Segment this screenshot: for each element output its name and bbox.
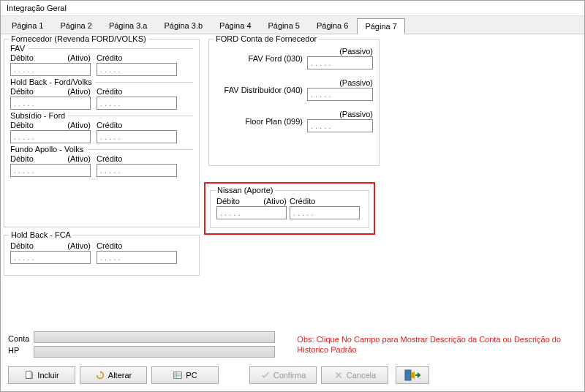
fav-ford-input[interactable] (307, 56, 373, 69)
fav-credito-input[interactable] (97, 63, 177, 76)
window-title: Integração Geral (1, 1, 584, 16)
fav-dist-label: FAV Distribuidor (040) (215, 86, 307, 94)
apollo-ativo-label: (Ativo) (67, 154, 91, 163)
fav-ford-passivo: (Passivo) (307, 47, 373, 56)
floorplan-input[interactable] (307, 119, 373, 132)
section-fav-title: FAV (10, 44, 28, 53)
fav-credito-label: Crédito (97, 53, 122, 62)
exit-button[interactable] (396, 366, 429, 384)
table-icon (173, 370, 183, 380)
group-holdback-fca-title: Hold Back - FCA (9, 230, 73, 239)
tab-bar: Página 1 Página 2 Página 3.a Página 3.b … (1, 16, 584, 34)
conta-display (34, 331, 275, 343)
hp-display (34, 346, 275, 358)
tab-pagina-5[interactable]: Página 5 (260, 18, 308, 34)
conta-label: Conta (8, 334, 29, 343)
highlight-nissan (204, 182, 375, 235)
tab-pagina-3b[interactable]: Página 3.b (156, 18, 211, 34)
subsidio-debito-input[interactable] (10, 130, 91, 143)
fca-credito-label: Crédito (97, 241, 122, 250)
section-subsidio-title: Subsídio - Ford (10, 111, 68, 120)
main-window: Integração Geral Página 1 Página 2 Págin… (0, 0, 585, 392)
tab-pagina-2[interactable]: Página 2 (52, 18, 99, 34)
holdback-credito-input[interactable] (97, 97, 177, 110)
alterar-button[interactable]: Alterar (80, 366, 147, 384)
holdback-credito-label: Crédito (97, 87, 122, 96)
apollo-credito-label: Crédito (97, 154, 122, 163)
group-holdback-fca: Hold Back - FCA Débito (Ativo) Crédito (4, 235, 200, 276)
tab-pagina-4[interactable]: Página 4 (211, 18, 259, 34)
fca-debito-input[interactable] (10, 251, 91, 264)
fav-ford-label: FAV Ford (030) (215, 54, 307, 63)
fca-credito-input[interactable] (97, 251, 177, 264)
paper-icon (24, 370, 34, 380)
button-bar: Incluir Alterar PC Confirma Cancela (1, 362, 584, 391)
subsidio-credito-input[interactable] (97, 130, 177, 143)
apollo-credito-input[interactable] (97, 164, 177, 177)
floorplan-passivo: (Passivo) (307, 110, 373, 118)
check-icon (260, 370, 271, 380)
fav-dist-passivo: (Passivo) (307, 78, 373, 87)
cancela-button[interactable]: Cancela (321, 366, 388, 384)
tab-pagina-7[interactable]: Página 7 (357, 18, 404, 34)
apollo-debito-input[interactable] (10, 164, 91, 177)
confirma-button[interactable]: Confirma (249, 366, 317, 384)
group-ford-conta: FORD Conta de Fornecedor FAV Ford (030) … (208, 39, 380, 166)
apollo-debito-label: Débito (10, 154, 34, 163)
refresh-icon (95, 370, 105, 380)
fca-ativo-label: (Ativo) (67, 241, 91, 250)
footer-note: Obs: Clique No Campo para Mostrar Descri… (297, 334, 577, 355)
content-area: Fornecedor (Revenda FORD/VOLKS) FAV Débi… (1, 34, 584, 327)
holdback-ativo-label: (Ativo) (67, 87, 91, 96)
fav-ativo-label: (Ativo) (67, 53, 91, 62)
floorplan-label: Floor Plan (099) (215, 117, 307, 126)
group-fornecedor: Fornecedor (Revenda FORD/VOLKS) FAV Débi… (4, 39, 200, 227)
incluir-button[interactable]: Incluir (8, 366, 75, 384)
pc-button[interactable]: PC (151, 366, 219, 384)
svg-rect-0 (26, 372, 31, 379)
fav-dist-input[interactable] (307, 88, 373, 101)
fav-debito-label: Débito (10, 53, 34, 62)
svg-rect-1 (174, 372, 182, 379)
holdback-debito-label: Débito (10, 87, 34, 96)
group-ford-conta-title: FORD Conta de Fornecedor (214, 34, 319, 43)
tab-pagina-6[interactable]: Página 6 (309, 18, 356, 34)
tab-pagina-1[interactable]: Página 1 (4, 18, 51, 34)
section-apollo-title: Fundo Apollo - Volks (10, 145, 86, 154)
subsidio-ativo-label: (Ativo) (67, 121, 91, 129)
door-exit-icon (404, 369, 420, 382)
fca-debito-label: Débito (10, 241, 34, 250)
footer-area: Conta HP Obs: Clique No Campo para Mostr… (1, 327, 584, 362)
tab-pagina-3a[interactable]: Página 3.a (101, 18, 156, 34)
group-fornecedor-title: Fornecedor (Revenda FORD/VOLKS) (9, 34, 148, 43)
svg-rect-5 (405, 370, 411, 380)
holdback-debito-input[interactable] (10, 97, 91, 110)
subsidio-credito-label: Crédito (97, 121, 122, 129)
hp-label: HP (8, 346, 29, 355)
fav-debito-input[interactable] (10, 63, 91, 76)
subsidio-debito-label: Débito (10, 121, 34, 129)
section-holdback-title: Hold Back - Ford/Volks (10, 78, 95, 86)
x-icon (333, 370, 344, 380)
